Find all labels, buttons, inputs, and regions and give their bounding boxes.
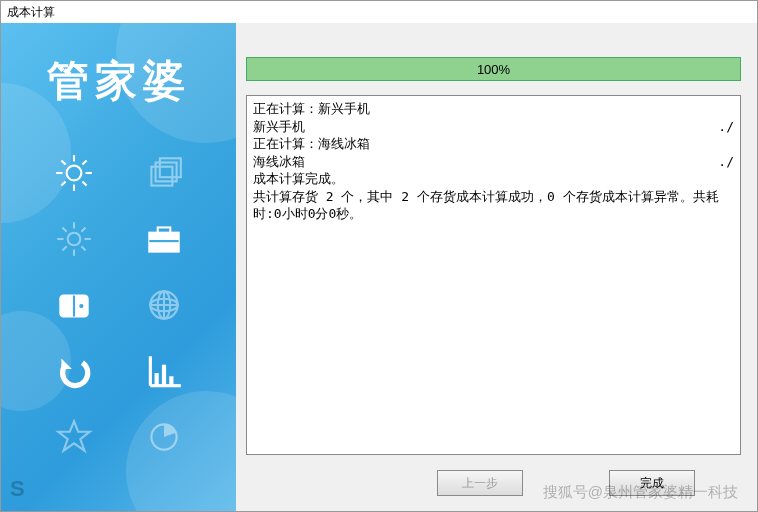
sidebar-icons (1, 143, 236, 467)
wallet-icon (53, 284, 95, 326)
log-line: 正在计算：新兴手机 (253, 100, 734, 118)
svg-point-25 (79, 304, 83, 308)
prev-button: 上一步 (437, 470, 523, 496)
sidebar: 管家婆 (1, 23, 236, 511)
svg-rect-9 (151, 167, 172, 186)
log-line: 正在计算：海线冰箱 (253, 135, 734, 153)
log-line: 新兴手机./ (253, 118, 734, 136)
brand-title: 管家婆 (1, 53, 236, 109)
gear-icon (53, 218, 95, 260)
star-icon (53, 416, 95, 458)
undo-icon (53, 350, 95, 392)
svg-rect-34 (161, 365, 165, 386)
barchart-icon (143, 350, 185, 392)
log-line: 共计算存货 2 个，其中 2 个存货成本计算成功，0 个存货成本计算异常。共耗时… (253, 188, 734, 223)
svg-rect-22 (157, 227, 170, 233)
svg-line-6 (82, 181, 86, 185)
svg-line-5 (61, 160, 65, 164)
svg-line-8 (61, 181, 65, 185)
window-body: 管家婆 100% 正在计算：新兴手机新兴手机./正在计算：海线冰箱海线冰箱./成… (1, 23, 757, 511)
briefcase-icon (143, 218, 185, 260)
progress-bar: 100% (246, 57, 741, 81)
svg-line-20 (62, 246, 66, 250)
globe-icon (143, 284, 185, 326)
svg-point-12 (67, 233, 80, 246)
svg-point-0 (66, 166, 81, 181)
svg-line-18 (81, 246, 85, 250)
stack-icon (143, 152, 185, 194)
svg-rect-35 (169, 376, 173, 385)
piechart-icon (143, 416, 185, 458)
log-line: 海线冰箱./ (253, 153, 734, 171)
finish-button[interactable]: 完成 (609, 470, 695, 496)
wizard-footer: 上一步 完成 (246, 455, 741, 511)
log-line: 成本计算完成。 (253, 170, 734, 188)
main-content: 100% 正在计算：新兴手机新兴手机./正在计算：海线冰箱海线冰箱./成本计算完… (236, 23, 757, 511)
svg-line-17 (62, 227, 66, 231)
svg-line-19 (81, 227, 85, 231)
log-output[interactable]: 正在计算：新兴手机新兴手机./正在计算：海线冰箱海线冰箱./成本计算完成。共计算… (246, 95, 741, 455)
svg-rect-33 (154, 373, 158, 386)
progress-label: 100% (247, 58, 740, 80)
sun-icon (53, 152, 95, 194)
window-title: 成本计算 (1, 1, 757, 23)
app-window: 成本计算 管家婆 100% (0, 0, 758, 512)
svg-line-7 (82, 160, 86, 164)
